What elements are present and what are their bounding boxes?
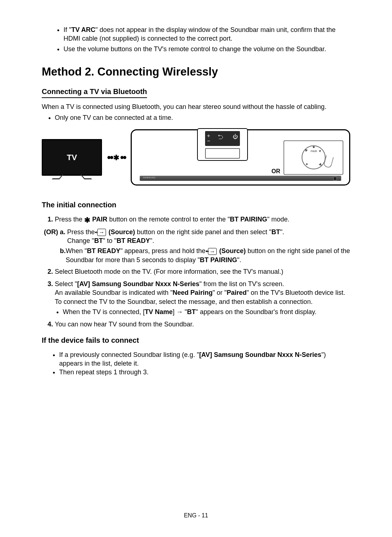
text-bold: BT PAIRING: [230, 216, 267, 223]
bluetooth-icon: ⁠✱: [113, 154, 119, 161]
fail-bullet-2: Then repeat steps 1 through 3.: [59, 368, 350, 377]
subheading: Connecting a TV via Bluetooth: [42, 87, 147, 98]
pair-label: PAIR: [92, 216, 107, 223]
note-one-tv: Only one TV can be connected at a time.: [55, 113, 350, 122]
bluetooth-pair-icon: ✱: [84, 216, 90, 224]
step-2: Select Bluetooth mode on the TV. (For mo…: [55, 267, 350, 276]
volume-down-icon: −: [207, 138, 210, 145]
or-tag: (OR): [44, 228, 60, 264]
step-1: Press the ✱ PAIR button on the remote co…: [55, 215, 350, 224]
top-notes-list: If "TV ARC" does not appear in the displ…: [56, 25, 350, 53]
tv-label: TV: [67, 152, 77, 163]
method-heading: Method 2. Connecting Wirelessly: [42, 64, 350, 80]
soundbar-icon: SAMSUNG: [140, 176, 342, 181]
page: If "TV ARC" does not appear in the displ…: [0, 0, 392, 537]
source-icon: →: [207, 248, 217, 255]
soundbar-control-closeup: + − ⮌ ⏻: [197, 128, 248, 161]
section-fail: If the device fails to connect: [42, 335, 350, 345]
tv-icon: TV: [42, 139, 102, 176]
intro-line: When a TV is connected using Bluetooth, …: [42, 102, 350, 111]
step-3-subbullet: When the TV is connected, [TV Name] → "B…: [55, 308, 350, 316]
text: " does not appear in the display window …: [64, 26, 336, 42]
fail-bullets: If a previously connected Soundbar listi…: [48, 350, 350, 377]
substep-a: Press the → (Source) button on the right…: [67, 228, 284, 245]
text: " mode.: [267, 216, 289, 223]
pair-icon: ✱PAIR: [309, 146, 318, 154]
top-note-1: If "TV ARC" does not appear in the displ…: [64, 25, 350, 43]
text: Press the: [55, 216, 84, 223]
bluetooth-link-icon: •• ⁠✱ ••: [107, 150, 126, 165]
note-list: Only one TV can be connected at a time.: [44, 113, 350, 122]
steps-list: Press the ✱ PAIR button on the remote co…: [42, 215, 350, 224]
section-initial-connection: The initial connection: [42, 200, 350, 210]
substep-a-label: a.: [60, 228, 67, 245]
steps-list-contd: Select Bluetooth mode on the TV. (For mo…: [42, 267, 350, 329]
substep-b-label: b.: [60, 247, 66, 264]
top-note-2: Use the volume buttons on the TV's remot…: [64, 45, 350, 53]
remote-diagram: ▲ ▼ ◀ ▶ ✱PAIR: [283, 140, 343, 175]
soundbar-diagram-box: + − ⮌ ⏻ SAMSUNG OR ▲ ▼ ◀ ▶ ✱PAIR: [131, 129, 350, 186]
text-bold: TV ARC: [71, 26, 95, 33]
source-icon: →: [97, 229, 107, 236]
step-4: You can now hear TV sound from the Sound…: [55, 320, 350, 329]
soundbar-outline-icon: [205, 148, 240, 159]
power-icon: ⏻: [233, 133, 238, 140]
fail-bullet-1: If a previously connected Soundbar listi…: [59, 350, 350, 368]
text: If ": [64, 26, 71, 33]
or-block: (OR) a. Press the → (Source) button on t…: [46, 228, 350, 264]
page-footer: ENG - 11: [0, 512, 392, 520]
source-icon: ⮌: [217, 133, 223, 141]
substep-b: When "BT READY" appears, press and hold …: [66, 247, 350, 264]
connection-diagram: TV •• ⁠✱ •• + − ⮌ ⏻ SAMSUNG OR ▲: [42, 129, 350, 186]
or-label: OR: [271, 167, 280, 175]
step-3: Select "[AV] Samsung Soundbar Nxxx N-Ser…: [55, 280, 350, 316]
text: button on the remote control to enter th…: [107, 216, 230, 223]
